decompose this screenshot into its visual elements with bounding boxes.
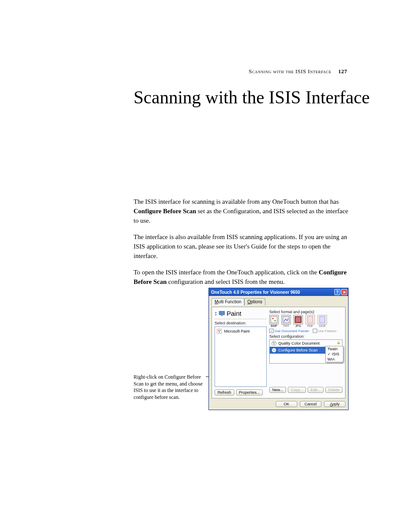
refresh-button[interactable]: Refresh	[215, 389, 234, 395]
interface-context-menu: Twain ISIS WIA	[325, 346, 343, 362]
svg-point-15	[273, 342, 274, 343]
format-jpg-icon[interactable]	[293, 315, 303, 324]
callout-note: Right-click on Configure Before Scan to …	[134, 374, 207, 401]
use-feeder-checkbox[interactable]: ✓Use Document Feeder	[269, 329, 309, 333]
format-ocr-icon[interactable]	[318, 315, 327, 324]
close-button[interactable]: ✕	[341, 289, 347, 295]
svg-rect-12	[308, 317, 313, 323]
properties-button[interactable]: Properties...	[236, 389, 263, 395]
chapter-title: Scanning with the ISIS Interface	[134, 86, 370, 109]
format-label-tiff: TIFF	[281, 324, 291, 327]
menu-twain[interactable]: Twain	[326, 346, 343, 352]
format-label-pdf: PDF	[305, 324, 315, 327]
button-label: Paint	[227, 310, 241, 317]
svg-point-3	[218, 330, 219, 331]
edit-button[interactable]: Edit...	[308, 387, 324, 393]
tab-multi-function[interactable]: Multi Function	[212, 298, 244, 305]
paint-icon	[216, 328, 222, 334]
format-pdf-icon[interactable]	[305, 315, 315, 324]
destination-ms-paint[interactable]: Microsoft Paint	[216, 328, 265, 335]
svg-rect-1	[221, 315, 223, 316]
svg-rect-11	[296, 317, 300, 322]
format-label-jpg: JPG	[293, 324, 303, 327]
onetouch-properties-dialog: OneTouch 4.0 Properties for Visioneer 96…	[209, 288, 349, 410]
svg-rect-6	[271, 317, 277, 323]
svg-rect-2	[217, 329, 222, 334]
use-flatbed-checkbox[interactable]: Use Flatbed	[313, 329, 336, 333]
svg-point-14	[272, 341, 277, 346]
header-section: Scanning with the ISIS Interface	[249, 68, 331, 75]
tab-options[interactable]: Options	[244, 298, 265, 305]
button-selector[interactable]: ▲▼ Paint	[215, 310, 267, 319]
monitor-icon	[219, 311, 225, 317]
svg-point-20	[273, 349, 275, 351]
palette-icon	[271, 340, 277, 346]
format-tiff-icon[interactable]	[281, 315, 291, 324]
cancel-button[interactable]: Cancel	[300, 401, 321, 407]
svg-point-7	[272, 318, 274, 320]
spinner-icon[interactable]: ▲▼	[215, 311, 217, 316]
svg-rect-18	[338, 342, 340, 344]
gear-icon	[271, 347, 277, 353]
select-format-label: Select format and page(s):	[269, 310, 342, 314]
dialog-titlebar[interactable]: OneTouch 4.0 Properties for Visioneer 96…	[209, 288, 348, 296]
svg-point-8	[274, 320, 276, 322]
svg-point-16	[274, 342, 275, 343]
svg-rect-13	[320, 317, 325, 323]
apply-button[interactable]: Apply	[324, 401, 346, 407]
svg-rect-0	[219, 311, 224, 314]
page-number: 127	[338, 68, 347, 75]
menu-isis[interactable]: ISIS	[326, 352, 343, 357]
lock-icon	[336, 341, 341, 346]
paragraph-1: The ISIS interface for scanning is avail…	[134, 197, 349, 225]
dialog-title: OneTouch 4.0 Properties for Visioneer 96…	[211, 290, 300, 295]
format-bmp-icon[interactable]	[269, 315, 279, 324]
svg-point-4	[220, 330, 221, 331]
select-config-label: Select configuration:	[269, 334, 342, 339]
paragraph-2: The interface is also available from ISI…	[134, 233, 349, 261]
new-button[interactable]: New...	[269, 387, 286, 393]
format-label-bmp: BMP	[269, 324, 279, 327]
select-destination-label: Select destination:	[215, 321, 267, 325]
svg-point-17	[274, 344, 274, 345]
menu-wia[interactable]: WIA	[326, 357, 343, 362]
svg-point-5	[219, 332, 220, 333]
copy-button[interactable]: Copy...	[288, 387, 306, 393]
help-button[interactable]: ?	[334, 289, 340, 295]
ok-button[interactable]: OK	[276, 401, 297, 407]
paragraph-3: To open the ISIS interface from the OneT…	[134, 268, 349, 287]
delete-button[interactable]: Delete	[325, 387, 342, 393]
format-label-ocr: OCR	[318, 324, 327, 327]
running-header: Scanning with the ISIS Interface 127	[249, 68, 347, 75]
